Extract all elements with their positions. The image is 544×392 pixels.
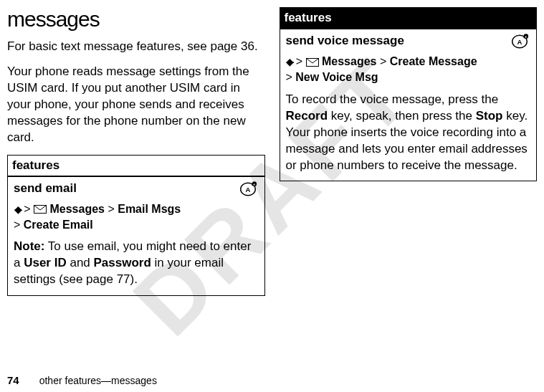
desc-record: Record <box>286 109 328 123</box>
svg-text:A: A <box>245 185 250 193</box>
center-key-icon: ·◆· <box>286 55 293 70</box>
footer-text: other features—messages <box>39 375 157 386</box>
note-userid: User ID <box>24 256 67 269</box>
note-mid: and <box>67 256 94 269</box>
envelope-icon <box>34 205 47 214</box>
feature-title-email: send email <box>14 181 259 196</box>
svg-text:+: + <box>253 181 256 186</box>
page-content: messages For basic text message features… <box>0 0 544 365</box>
left-column: messages For basic text message features… <box>7 7 265 365</box>
nav-path-email: ·◆· > Messages > Email Msgs > Create Ema… <box>14 201 259 234</box>
desc-p2: key, speak, then press the <box>328 109 476 123</box>
note-text: Note: To use email, you might need to en… <box>14 239 259 288</box>
desc-p1: To record the voice message, press the <box>286 92 499 106</box>
a-badge-icon: A ° + <box>509 34 530 49</box>
features-box-email: features send email A ° + ·◆· > Messages… <box>7 155 265 297</box>
desc-stop: Stop <box>476 109 503 123</box>
features-box-voice: features send voice message A ° + ·◆· > … <box>280 7 538 181</box>
center-key-icon: ·◆· <box>14 203 21 217</box>
features-content-right: send voice message A ° + ·◆· > Messages … <box>280 29 537 181</box>
svg-text:A: A <box>517 38 522 46</box>
nav-messages: Messages <box>49 203 105 215</box>
features-content-left: send email A ° + ·◆· > Messages > Email … <box>8 177 264 296</box>
svg-text:+: + <box>525 34 528 39</box>
nav-messages2: Messages <box>322 55 377 67</box>
page-footer: 74 other features—messages <box>7 374 157 386</box>
voice-description: To record the voice message, press the R… <box>286 92 531 174</box>
section-heading: messages <box>7 7 265 32</box>
nav-create-message: Create Message <box>390 55 477 67</box>
nav-create-email: Create Email <box>24 219 93 231</box>
note-label: Note: <box>14 239 44 253</box>
intro-paragraph-2: Your phone reads message settings from t… <box>7 64 265 146</box>
a-badge-icon: A ° + <box>237 181 259 197</box>
nav-path-voice: ·◆· > Messages > Create Message > New Vo… <box>286 54 531 86</box>
feature-title-voice: send voice message <box>286 34 531 48</box>
nav-email-msgs: Email Msgs <box>118 203 181 215</box>
envelope-icon <box>306 58 319 67</box>
features-header-left: features <box>8 156 264 177</box>
page-number: 74 <box>7 374 19 386</box>
right-column: features send voice message A ° + ·◆· > … <box>280 7 538 365</box>
nav-new-voice: New Voice Msg <box>295 71 378 83</box>
note-password: Password <box>94 256 151 269</box>
intro-paragraph-1: For basic text message features, see pag… <box>7 39 265 55</box>
features-header-right: features <box>280 8 537 29</box>
